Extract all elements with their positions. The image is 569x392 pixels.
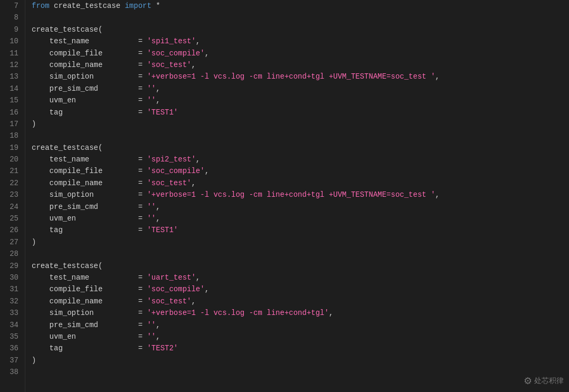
code-token-plain: sim_option = (32, 71, 147, 82)
code-line: pre_sim_cmd = '', (32, 83, 569, 94)
code-token-str: '' (147, 94, 156, 106)
code-line: uvm_en = '', (32, 94, 569, 106)
code-line: tag = 'TEST1' (32, 224, 569, 236)
code-line (32, 12, 569, 23)
line-number: 34 (4, 319, 21, 331)
code-token-plain: * (151, 0, 160, 12)
code-line: sim_option = '+verbose=1 -l vcs.log -cm … (32, 71, 569, 82)
code-token-plain: , (435, 189, 440, 200)
code-token-plain: , (205, 165, 209, 177)
line-number: 31 (4, 283, 21, 295)
line-number: 9 (4, 24, 21, 35)
code-token-str: 'soc_test' (147, 295, 191, 307)
code-token-str: '+verbose=1 -l vcs.log -cm line+cond+tgl… (147, 71, 435, 82)
code-line: uvm_en = '', (32, 213, 569, 224)
line-number: 27 (4, 236, 21, 248)
line-number: 28 (4, 248, 21, 260)
code-line: create_testcase( (32, 24, 569, 35)
line-number: 33 (4, 307, 21, 319)
code-token-plain: , (196, 35, 200, 47)
line-number: 7 (4, 0, 21, 12)
code-token-str: '' (147, 201, 156, 213)
code-token-plain: tag = (32, 224, 147, 236)
code-token-plain: , (156, 94, 160, 106)
line-numbers: 7891011121314151617181920212223242526272… (0, 0, 25, 392)
code-line: test_name = 'uart_test', (32, 272, 569, 283)
line-number: 13 (4, 71, 21, 82)
code-token-plain: create_testcase (50, 0, 125, 12)
line-number: 29 (4, 260, 21, 272)
code-token-plain: pre_sim_cmd = (32, 83, 147, 94)
code-token-str: 'uart_test' (147, 272, 195, 283)
code-line: ) (32, 236, 569, 248)
code-line: tag = 'TEST2' (32, 342, 569, 354)
line-number: 8 (4, 12, 21, 23)
line-number: 38 (4, 366, 21, 378)
code-editor: 7891011121314151617181920212223242526272… (0, 0, 569, 392)
line-number: 14 (4, 83, 21, 94)
code-line: ) (32, 355, 569, 366)
line-number: 17 (4, 118, 21, 130)
code-token-plain: , (156, 331, 160, 342)
line-number: 37 (4, 355, 21, 366)
line-number: 20 (4, 154, 21, 165)
code-line: pre_sim_cmd = '', (32, 201, 569, 213)
code-line: compile_file = 'soc_compile', (32, 165, 569, 177)
code-token-plain: compile_file = (32, 283, 147, 295)
code-line (32, 366, 569, 378)
code-token-plain: test_name = (32, 35, 147, 47)
line-number: 23 (4, 189, 21, 200)
code-token-plain: uvm_en = (32, 213, 147, 224)
code-token-plain: tag = (32, 107, 147, 118)
code-token-str: 'soc_compile' (147, 283, 204, 295)
code-line: compile_name = 'soc_test', (32, 59, 569, 71)
code-line: create_testcase( (32, 260, 569, 272)
line-number: 32 (4, 295, 21, 307)
watermark-label: 处芯积律 (534, 376, 564, 386)
code-token-plain: , (205, 47, 209, 59)
code-token-plain: , (156, 83, 160, 94)
line-number: 25 (4, 213, 21, 224)
code-content[interactable]: from create_testcase import * create_tes… (25, 0, 569, 392)
code-token-str: 'soc_compile' (147, 47, 204, 59)
code-token-plain: ) (32, 355, 36, 366)
code-token-plain: create_testcase( (32, 260, 102, 272)
line-number: 15 (4, 94, 21, 106)
code-token-plain: pre_sim_cmd = (32, 319, 147, 331)
line-number: 18 (4, 130, 21, 141)
code-line: compile_file = 'soc_compile', (32, 283, 569, 295)
watermark: ⚙ 处芯积律 (524, 375, 564, 387)
code-token-plain: , (156, 201, 160, 213)
line-number: 26 (4, 224, 21, 236)
code-token-plain: tag = (32, 342, 147, 354)
code-line: ) (32, 118, 569, 130)
code-line: sim_option = '+verbose=1 -l vcs.log -cm … (32, 307, 569, 319)
code-token-plain: compile_name = (32, 59, 147, 71)
code-token-str: 'TEST1' (147, 107, 178, 118)
code-token-str: 'soc_test' (147, 177, 191, 189)
code-token-plain: create_testcase( (32, 24, 102, 35)
code-token-plain: , (435, 71, 440, 82)
code-token-plain: compile_file = (32, 165, 147, 177)
line-number: 24 (4, 201, 21, 213)
line-number: 11 (4, 47, 21, 59)
code-line: tag = 'TEST1' (32, 107, 569, 118)
code-line: test_name = 'spi1_test', (32, 35, 569, 47)
code-line: compile_name = 'soc_test', (32, 295, 569, 307)
code-token-str: '' (147, 213, 156, 224)
code-token-plain: uvm_en = (32, 94, 147, 106)
line-number: 22 (4, 177, 21, 189)
code-token-kw: import (125, 0, 151, 12)
code-token-str: 'spi1_test' (147, 35, 195, 47)
code-line: compile_file = 'soc_compile', (32, 47, 569, 59)
code-token-plain: , (191, 59, 195, 71)
code-token-str: '' (147, 331, 156, 342)
code-token-plain: , (196, 154, 200, 165)
line-number: 12 (4, 59, 21, 71)
code-token-str: 'TEST1' (147, 224, 178, 236)
code-token-plain: uvm_en = (32, 331, 147, 342)
code-token-plain: test_name = (32, 154, 147, 165)
line-number: 10 (4, 35, 21, 47)
line-number: 36 (4, 342, 21, 354)
code-token-str: 'soc_test' (147, 59, 191, 71)
